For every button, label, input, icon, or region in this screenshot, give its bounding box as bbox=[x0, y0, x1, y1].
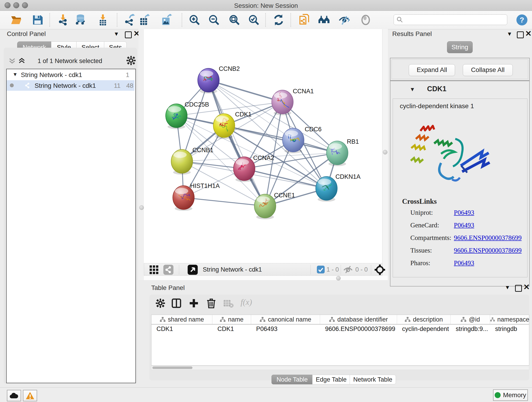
collapse-all-button[interactable]: Collapse All bbox=[463, 64, 513, 76]
table-scrollbar-thumb[interactable] bbox=[152, 366, 192, 369]
selected-counter: 1 - 0 bbox=[326, 266, 339, 273]
table-panel-collapse-icon[interactable]: ▼ bbox=[505, 284, 510, 291]
table-cell[interactable]: CDK1 bbox=[152, 325, 212, 335]
left-splitter[interactable] bbox=[138, 29, 144, 280]
tab-node-table[interactable]: Node Table bbox=[272, 375, 313, 384]
table-cell[interactable]: stringdb bbox=[490, 325, 529, 335]
open-session-icon[interactable] bbox=[10, 14, 22, 26]
horizontal-splitter[interactable] bbox=[144, 276, 388, 281]
zoom-fit-icon[interactable] bbox=[228, 14, 240, 26]
delete-column-trash-icon[interactable] bbox=[206, 298, 216, 308]
column-header--id[interactable]: @id bbox=[451, 315, 490, 324]
right-splitter[interactable] bbox=[382, 29, 388, 280]
table-panel-float-icon[interactable] bbox=[515, 285, 522, 292]
network-selected-status: 1 of 1 Network selected bbox=[30, 57, 110, 65]
search-input[interactable] bbox=[405, 16, 504, 24]
refresh-layout-icon[interactable] bbox=[273, 14, 285, 26]
expand-all-networks-icon[interactable] bbox=[18, 57, 26, 65]
crosslink-genecard-link[interactable]: P06493 bbox=[454, 221, 474, 229]
hidden-eye-icon[interactable] bbox=[343, 266, 353, 274]
help-icon[interactable]: ? bbox=[516, 14, 528, 26]
show-columns-icon[interactable] bbox=[171, 298, 181, 308]
table-cell[interactable]: CDK1 bbox=[212, 325, 251, 335]
right-splitter-handle[interactable] bbox=[383, 150, 387, 154]
hide-eye-icon[interactable] bbox=[338, 14, 350, 26]
column-type-icon bbox=[220, 317, 226, 322]
svg-text:CCNB2: CCNB2 bbox=[219, 65, 240, 72]
birdseye-grid-icon[interactable] bbox=[150, 265, 158, 274]
network-list: ▼ String Network - cdk1 1 String Network… bbox=[6, 69, 136, 383]
collection-expand-icon[interactable]: ▼ bbox=[13, 71, 18, 77]
expand-all-button[interactable]: Expand All bbox=[409, 64, 455, 76]
table-cell[interactable]: 9606.ENSP00000378699 bbox=[320, 325, 397, 335]
column-header-name[interactable]: name bbox=[212, 315, 251, 324]
export-table-icon[interactable] bbox=[138, 14, 150, 26]
import-database-icon[interactable] bbox=[75, 14, 86, 26]
export-network-icon[interactable] bbox=[124, 14, 136, 26]
tab-string-results[interactable]: String bbox=[447, 41, 473, 53]
zoom-out-icon[interactable] bbox=[208, 14, 220, 26]
import-table-icon[interactable] bbox=[97, 14, 109, 26]
column-header-database-identifier[interactable]: database identifier bbox=[320, 315, 397, 324]
memory-label: Memory bbox=[503, 391, 526, 399]
warnings-button[interactable] bbox=[23, 390, 37, 401]
table-panel-title: Table Panel bbox=[151, 284, 185, 292]
horizontal-splitter-handle[interactable] bbox=[336, 276, 341, 281]
memory-button[interactable]: Memory bbox=[493, 389, 528, 401]
crosslink-pharos-link[interactable]: P06493 bbox=[454, 259, 474, 267]
column-header-canonical-name[interactable]: canonical name bbox=[251, 315, 320, 324]
table-panel-close-icon[interactable]: ✕ bbox=[523, 284, 530, 290]
network-canvas[interactable]: CCNB2CCNA1CDC25BCDK1CDC6RB1CCNB1CCNA2CDK… bbox=[144, 29, 382, 263]
column-header-namespace[interactable]: namespace bbox=[490, 315, 529, 324]
zoom-in-icon[interactable] bbox=[189, 14, 201, 26]
gene-description: cyclin-dependent kinase 1 bbox=[400, 102, 474, 110]
tab-edge-table[interactable]: Edge Table bbox=[312, 375, 350, 384]
string-home-icon[interactable] bbox=[318, 14, 330, 26]
network-row-selected[interactable]: String Network - cdk1 11 48 bbox=[7, 80, 134, 91]
search-field[interactable] bbox=[394, 14, 507, 25]
export-image-icon[interactable] bbox=[160, 14, 172, 26]
import-network-icon[interactable] bbox=[57, 14, 69, 26]
delete-table-icon[interactable] bbox=[223, 299, 234, 308]
tab-network-table[interactable]: Network Table bbox=[350, 375, 396, 384]
gear-icon[interactable] bbox=[127, 56, 136, 65]
table-gear-icon[interactable] bbox=[156, 299, 165, 308]
zoom-selected-icon[interactable] bbox=[248, 14, 260, 26]
gene-collapse-icon[interactable]: ▼ bbox=[410, 86, 415, 93]
table-cell[interactable]: P06493 bbox=[251, 325, 320, 335]
share-network-icon[interactable] bbox=[163, 265, 173, 275]
svg-text:?: ? bbox=[520, 16, 524, 24]
crosslink-compartments-link[interactable]: 9606.ENSP00000378699 bbox=[454, 234, 522, 242]
results-panel-float-icon[interactable] bbox=[517, 32, 524, 38]
crosslinks-title: CrossLinks bbox=[402, 197, 437, 206]
string-network-graph[interactable]: CCNB2CCNA1CDC25BCDK1CDC6RB1CCNB1CCNA2CDK… bbox=[144, 29, 382, 263]
column-header-description[interactable]: description bbox=[397, 315, 451, 324]
node-table[interactable]: shared namenamecanonical namedatabase id… bbox=[151, 315, 529, 366]
table-cell[interactable]: cyclin-dependent ... bbox=[397, 325, 451, 335]
save-session-icon[interactable] bbox=[32, 14, 44, 26]
left-splitter-handle[interactable] bbox=[139, 205, 144, 210]
table-cell[interactable]: stringdb:9... bbox=[451, 325, 490, 335]
add-column-icon[interactable] bbox=[189, 298, 199, 308]
crosslink-tissues-link[interactable]: 9606.ENSP00000378699 bbox=[454, 247, 522, 254]
control-panel-float-icon[interactable] bbox=[125, 32, 132, 38]
function-builder-icon[interactable]: f(x) bbox=[241, 297, 252, 307]
results-panel-collapse-icon[interactable]: ▼ bbox=[507, 31, 512, 37]
collapse-all-networks-icon[interactable] bbox=[8, 57, 16, 65]
open-in-window-icon[interactable] bbox=[188, 265, 198, 275]
cloud-button[interactable] bbox=[7, 390, 21, 401]
selected-checkbox-icon[interactable] bbox=[317, 266, 325, 274]
gene-detail-box: cyclin-dependent kinase 1 CrossLinks Uni… bbox=[393, 99, 527, 277]
results-panel-close-icon[interactable]: ✕ bbox=[525, 31, 532, 36]
current-network-dot-icon bbox=[10, 83, 14, 87]
table-horizontal-scrollbar[interactable] bbox=[151, 366, 529, 370]
control-panel-collapse-icon[interactable]: ▼ bbox=[114, 31, 119, 37]
crosshair-icon[interactable] bbox=[374, 264, 386, 275]
show-eye-icon[interactable] bbox=[360, 14, 372, 26]
column-header-shared-name[interactable]: shared name bbox=[152, 315, 212, 324]
crosslink-uniprot-link[interactable]: P06493 bbox=[454, 209, 474, 216]
network-collection-row[interactable]: ▼ String Network - cdk1 1 bbox=[7, 70, 134, 81]
copy-documents-icon[interactable] bbox=[298, 14, 310, 26]
svg-text:CDC6: CDC6 bbox=[305, 126, 322, 133]
hidden-counter: 0 - 0 bbox=[355, 266, 368, 273]
